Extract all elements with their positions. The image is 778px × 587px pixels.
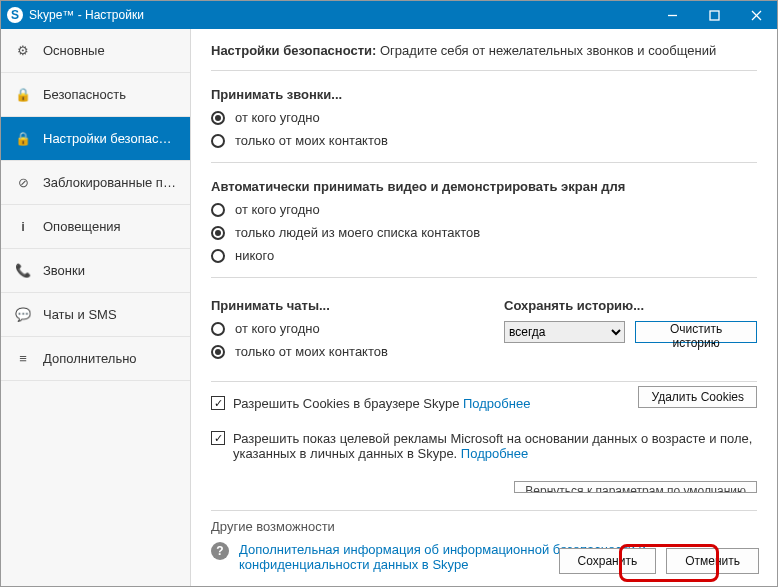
sidebar-item-notifications[interactable]: i Оповещения (1, 205, 190, 249)
sidebar-item-advanced[interactable]: ≡ Дополнительно (1, 337, 190, 381)
skype-logo-icon: S (7, 7, 23, 23)
radio-label: никого (235, 248, 274, 263)
radio-icon (211, 203, 225, 217)
radio-video-nobody[interactable]: никого (211, 248, 757, 263)
other-options-title: Другие возможности (211, 519, 757, 534)
question-icon: ? (211, 542, 229, 560)
save-button[interactable]: Сохранить (559, 548, 657, 574)
titlebar: S Skype™ - Настройки (1, 1, 777, 29)
radio-label: от кого угодно (235, 321, 320, 336)
more-icon: ≡ (15, 351, 31, 367)
checkbox-icon (211, 396, 225, 410)
sidebar-item-label: Звонки (43, 263, 85, 278)
radio-label: только от моих контактов (235, 133, 388, 148)
radio-chats-anyone[interactable]: от кого угодно (211, 321, 464, 336)
content-panel: Настройки безопасности: Оградите себя от… (191, 29, 777, 586)
radio-icon (211, 111, 225, 125)
checkbox-allow-ads[interactable]: Разрешить показ целевой рекламы Microsof… (211, 431, 757, 461)
radio-icon (211, 322, 225, 336)
sidebar-item-label: Настройки безопасно... (43, 131, 176, 146)
history-select[interactable]: всегда (504, 321, 625, 343)
phone-icon: 📞 (15, 263, 31, 279)
radio-icon (211, 249, 225, 263)
radio-calls-anyone[interactable]: от кого угодно (211, 110, 757, 125)
radio-video-contacts[interactable]: только людей из моего списка контактов (211, 225, 757, 240)
radio-icon (211, 345, 225, 359)
footer-buttons: Сохранить Отменить (559, 540, 777, 586)
divider (211, 381, 757, 382)
minimize-button[interactable] (651, 1, 693, 29)
checkbox-label: Разрешить показ целевой рекламы Microsof… (233, 431, 757, 461)
sidebar-item-blocked[interactable]: ⊘ Заблокированные по... (1, 161, 190, 205)
sidebar: ⚙ Основные 🔒 Безопасность 🔒 Настройки бе… (1, 29, 191, 586)
section-history: Сохранять историю... (504, 298, 757, 313)
checkbox-allow-cookies[interactable]: Разрешить Cookies в браузере Skype Подро… (211, 396, 638, 411)
reset-defaults-button[interactable]: Вернуться к параметрам по умолчанию (514, 481, 757, 493)
sidebar-item-label: Заблокированные по... (43, 175, 176, 190)
radio-icon (211, 226, 225, 240)
sidebar-item-security[interactable]: 🔒 Безопасность (1, 73, 190, 117)
radio-label: только людей из моего списка контактов (235, 225, 480, 240)
window-title: Skype™ - Настройки (29, 8, 651, 22)
section-accept-calls: Принимать звонки... (211, 87, 757, 102)
divider (211, 162, 757, 163)
section-accept-video: Автоматически принимать видео и демонстр… (211, 179, 757, 194)
sidebar-item-chats[interactable]: 💬 Чаты и SMS (1, 293, 190, 337)
cookies-more-link[interactable]: Подробнее (463, 396, 530, 411)
close-button[interactable] (735, 1, 777, 29)
delete-cookies-button[interactable]: Удалить Cookies (638, 386, 757, 408)
info-icon: i (15, 219, 31, 235)
lock-icon: 🔒 (15, 87, 31, 103)
sidebar-item-label: Дополнительно (43, 351, 137, 366)
ads-more-link[interactable]: Подробнее (461, 446, 528, 461)
divider (211, 277, 757, 278)
divider (211, 510, 757, 511)
sidebar-item-label: Основные (43, 43, 105, 58)
radio-calls-contacts[interactable]: только от моих контактов (211, 133, 757, 148)
radio-label: только от моих контактов (235, 344, 388, 359)
chat-icon: 💬 (15, 307, 31, 323)
radio-video-anyone[interactable]: от кого угодно (211, 202, 757, 217)
svg-rect-1 (710, 11, 719, 20)
radio-label: от кого угодно (235, 110, 320, 125)
sidebar-item-general[interactable]: ⚙ Основные (1, 29, 190, 73)
cancel-button[interactable]: Отменить (666, 548, 759, 574)
checkbox-icon (211, 431, 225, 445)
sidebar-item-label: Оповещения (43, 219, 121, 234)
lock-icon: 🔒 (15, 131, 31, 147)
checkbox-label: Разрешить Cookies в браузере Skype Подро… (233, 396, 530, 411)
radio-chats-contacts[interactable]: только от моих контактов (211, 344, 464, 359)
maximize-button[interactable] (693, 1, 735, 29)
gear-icon: ⚙ (15, 43, 31, 59)
sidebar-item-label: Чаты и SMS (43, 307, 117, 322)
sidebar-item-label: Безопасность (43, 87, 126, 102)
clear-history-button[interactable]: Очистить историю (635, 321, 757, 343)
blocked-icon: ⊘ (15, 175, 31, 191)
radio-icon (211, 134, 225, 148)
section-accept-chats: Принимать чаты... (211, 298, 464, 313)
sidebar-item-security-settings[interactable]: 🔒 Настройки безопасно... (1, 117, 190, 161)
page-title: Настройки безопасности: Оградите себя от… (211, 43, 757, 71)
radio-label: от кого угодно (235, 202, 320, 217)
sidebar-item-calls[interactable]: 📞 Звонки (1, 249, 190, 293)
